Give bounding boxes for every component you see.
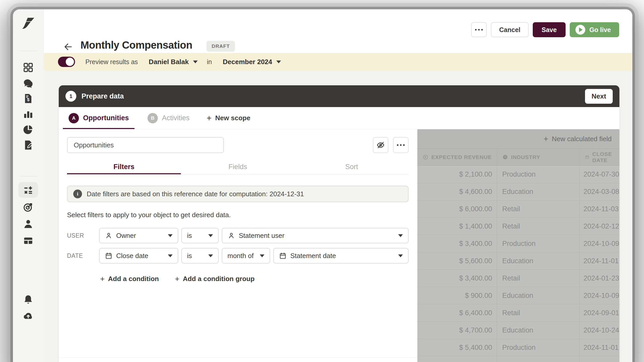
- add-condition-button[interactable]: + Add a condition: [100, 275, 159, 283]
- plus-icon: +: [100, 275, 105, 283]
- modifier-value: month of: [227, 252, 254, 260]
- add-condition-group-button[interactable]: + Add a condition group: [175, 275, 255, 283]
- go-live-button[interactable]: Go live: [570, 22, 619, 37]
- back-arrow-icon: [63, 42, 73, 52]
- condition-type-label: DATE: [67, 252, 99, 259]
- sidebar-divider: [19, 51, 37, 51]
- cell-close-date: 2024-10-09: [580, 287, 619, 304]
- table-row: $ 3,400.00Production2024-10-09: [417, 235, 619, 252]
- user-operator-select[interactable]: is: [181, 228, 219, 243]
- field-value: Close date: [116, 252, 148, 260]
- tab-fields[interactable]: Fields: [181, 160, 295, 174]
- date-modifier-select[interactable]: month of: [222, 248, 270, 263]
- cell-close-date: 2024-10-24: [580, 322, 619, 339]
- date-operator-select[interactable]: is: [181, 248, 219, 263]
- sidebar-item-calculations[interactable]: [18, 182, 38, 198]
- cell-expected-revenue: $ 3,400.00: [417, 270, 497, 287]
- calendar-icon: [105, 252, 113, 260]
- sidebar-item-upload[interactable]: [18, 308, 38, 323]
- target-icon: [23, 202, 34, 213]
- sidebar-item-quotas[interactable]: [18, 199, 38, 215]
- condition-row-user: USER Owner is: [67, 228, 409, 243]
- operator-value: is: [187, 232, 192, 240]
- cell-close-date: 2024-10-09: [580, 235, 619, 252]
- new-calculated-field-button[interactable]: New calculated field: [552, 135, 612, 143]
- play-icon: [575, 25, 585, 35]
- scope-tab-activities[interactable]: B Activities: [142, 107, 195, 129]
- column-header-industry: INDUSTRY: [497, 149, 580, 165]
- chevron-down-icon: [168, 254, 173, 257]
- status-badge: DRAFT: [206, 41, 235, 52]
- date-value-select[interactable]: Statement date: [273, 248, 409, 263]
- cell-expected-revenue: $ 5,400.00: [417, 339, 497, 356]
- cancel-button[interactable]: Cancel: [491, 22, 529, 37]
- cell-industry: Retail: [497, 200, 580, 217]
- sidebar-item-users[interactable]: [18, 216, 38, 232]
- preview-user-value: Daniel Balak: [149, 58, 189, 66]
- page-header: Monthly Compensation DRAFT AE plan: [44, 9, 632, 53]
- cell-industry: Education: [497, 183, 580, 200]
- toggle-knob: [66, 58, 74, 66]
- column-label: CLOSE DATE: [592, 151, 619, 163]
- preview-toggle[interactable]: [58, 57, 75, 67]
- sidebar-item-conversations[interactable]: [18, 75, 38, 91]
- column-header-close-date: CLOSE DATE: [580, 149, 619, 165]
- user-field-select[interactable]: Owner: [99, 228, 178, 243]
- sidebar-item-dashboard[interactable]: [18, 60, 38, 75]
- chevron-down-icon: [260, 254, 264, 257]
- app-logo[interactable]: [18, 16, 38, 32]
- sidebar-item-statements[interactable]: $: [18, 91, 38, 106]
- cell-expected-revenue: $ 5,600.00: [417, 252, 497, 269]
- app-logo-icon: [20, 17, 36, 31]
- user-icon: [105, 232, 113, 239]
- cell-industry: Production: [497, 356, 580, 362]
- step-header: 1 Prepare data Next: [59, 85, 619, 107]
- table-row: $ 6,400.00Retail2024-09-01: [417, 304, 619, 322]
- preview-period-value: December 2024: [223, 58, 272, 66]
- scope-more-options-button[interactable]: [393, 137, 409, 153]
- tab-sort[interactable]: Sort: [295, 160, 409, 174]
- preview-user-select[interactable]: Daniel Balak: [149, 58, 198, 66]
- more-options-button[interactable]: [471, 22, 487, 37]
- cell-expected-revenue: $ 3,400.00: [417, 235, 497, 252]
- cell-industry: Production: [497, 235, 580, 252]
- next-button[interactable]: Next: [585, 89, 613, 104]
- chevron-down-icon: [398, 234, 403, 237]
- table-row: $ 1,400.00Retail2024-02-12: [417, 218, 619, 235]
- save-button[interactable]: Save: [533, 22, 565, 37]
- scope-name-input[interactable]: [67, 137, 224, 153]
- table-header-row: $ EXPECTED REVENUE INDUSTRY: [417, 149, 619, 166]
- preview-period-select[interactable]: December 2024: [223, 58, 281, 66]
- cell-industry: Retail: [497, 270, 580, 287]
- eye-off-icon: [376, 141, 385, 149]
- sidebar-item-reports[interactable]: [18, 106, 38, 122]
- column-label: INDUSTRY: [511, 154, 540, 160]
- back-button[interactable]: [61, 40, 75, 54]
- sidebar-item-analytics[interactable]: [18, 122, 38, 137]
- cell-expected-revenue: $ 900.00: [417, 287, 497, 304]
- step-title: Prepare data: [82, 92, 124, 100]
- user-value-select[interactable]: Statement user: [222, 228, 409, 243]
- new-scope-button[interactable]: + New scope: [207, 114, 250, 122]
- scope-tab-opportunities[interactable]: A Opportunities: [63, 107, 135, 129]
- cell-close-date: 2024-11-01: [580, 252, 619, 269]
- plus-icon: +: [207, 114, 212, 122]
- condition-type-label: USER: [67, 232, 99, 239]
- date-field-select[interactable]: Close date: [99, 248, 178, 263]
- ellipsis-icon: [397, 144, 405, 146]
- person-icon: [23, 218, 34, 229]
- picklist-icon: [502, 154, 508, 160]
- scope-badge-b: B: [147, 113, 158, 123]
- scope-label: Activities: [162, 114, 190, 122]
- sidebar-item-plans[interactable]: [18, 137, 38, 153]
- currency-icon: $: [423, 154, 428, 160]
- content-area: 1 Prepare data Next A Opportunities B Ac…: [44, 71, 632, 362]
- condition-actions: + Add a condition + Add a condition grou…: [100, 275, 409, 283]
- chevron-down-icon: [398, 254, 403, 257]
- sidebar-item-notifications[interactable]: [18, 292, 38, 307]
- sidebar-item-data-tables[interactable]: [18, 233, 38, 248]
- tab-filters[interactable]: Filters: [67, 160, 181, 174]
- preview-banner: Preview results as Daniel Balak in Decem…: [44, 53, 632, 71]
- filters-instruction: Select filters to apply to your object t…: [67, 211, 409, 219]
- hide-preview-button[interactable]: [373, 137, 388, 153]
